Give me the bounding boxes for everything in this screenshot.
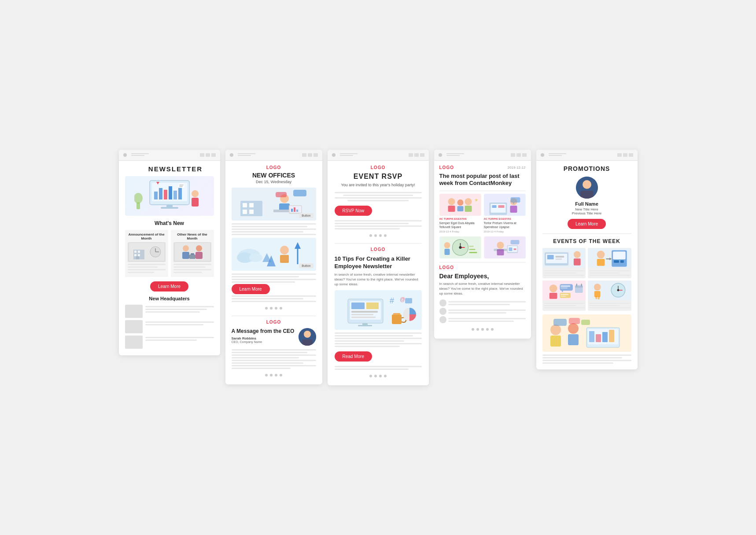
svg-point-58	[249, 253, 262, 262]
titlebar-line-1b	[131, 155, 144, 156]
read-more-btn[interactable]: Read More	[335, 351, 372, 362]
offices-btn-1[interactable]: Button	[299, 213, 313, 218]
svg-rect-92	[498, 205, 504, 208]
svg-rect-86	[465, 206, 472, 212]
svg-rect-37	[243, 203, 247, 207]
svg-rect-50	[276, 192, 287, 197]
panel2-content: LOGO NEW OFFICES Dec 15, Wednesday	[225, 161, 322, 384]
svg-rect-123	[555, 256, 564, 258]
svg-rect-163	[596, 334, 601, 342]
ceo-l4	[232, 357, 299, 358]
other-news-card: Other News of the Month	[171, 230, 214, 277]
svg-rect-91	[492, 205, 496, 208]
svg-point-166	[550, 325, 561, 335]
ceo-avatar	[299, 328, 316, 346]
svg-rect-3	[159, 188, 162, 199]
popular-header-row: LOGO 2019-12-12	[439, 165, 526, 170]
dots-row-2b	[232, 370, 316, 380]
event-lines-1	[542, 268, 586, 278]
svg-rect-115	[510, 240, 519, 244]
dot-4e	[491, 328, 494, 331]
dear-lines-3	[448, 317, 526, 323]
dl5	[448, 318, 526, 319]
promotions-title: PROMOTIONS	[542, 165, 631, 172]
el9	[544, 307, 585, 308]
post-svg-4	[484, 236, 526, 258]
ol4	[232, 231, 303, 232]
tips-logo: LOGO	[335, 247, 422, 252]
dot-2g	[275, 374, 277, 376]
post-image-1	[439, 194, 481, 216]
sq3	[211, 153, 216, 157]
dl3	[448, 310, 526, 311]
event-card-4	[588, 280, 631, 311]
titlebar-lines-4	[446, 153, 509, 157]
svg-rect-69	[351, 311, 378, 313]
titlebar-line-1a	[131, 153, 149, 154]
dot-3g	[379, 375, 382, 377]
svg-rect-113	[509, 247, 512, 251]
popular-post-title: The most popular post of last week from …	[439, 173, 526, 188]
offices-btn-2[interactable]: Button	[299, 263, 313, 268]
svg-rect-95	[510, 197, 520, 203]
rsvp-now-btn[interactable]: RSVP Now	[335, 206, 372, 216]
svg-rect-138	[549, 292, 557, 299]
tips-title: 10 Tips For Creating a Killer Employee N…	[335, 255, 422, 270]
event-lines-4	[588, 300, 631, 311]
other-news-image	[173, 242, 211, 262]
sq9	[420, 153, 424, 157]
tl8	[335, 369, 409, 370]
svg-rect-162	[589, 331, 594, 342]
el10	[589, 303, 630, 304]
svg-rect-78	[405, 298, 412, 303]
svg-text:#: #	[390, 296, 394, 305]
svg-rect-63	[302, 339, 313, 346]
sq14	[623, 153, 627, 157]
other-news-svg	[175, 243, 210, 261]
promo-learn-more-row: Learn More	[542, 219, 631, 229]
on4	[173, 272, 202, 273]
post-card-4	[484, 236, 526, 258]
titlebar-3	[328, 150, 429, 161]
promo-learn-more-btn[interactable]: Learn More	[568, 219, 606, 229]
svg-rect-139	[560, 284, 573, 291]
ceo-l3	[232, 354, 316, 356]
svg-rect-170	[553, 319, 567, 326]
svg-point-101	[459, 246, 461, 249]
svg-rect-133	[597, 258, 605, 266]
svg-rect-75	[393, 313, 400, 315]
svg-point-81	[448, 198, 455, 205]
dear-circle-1	[439, 299, 446, 306]
titlebar-dot-5	[541, 153, 544, 157]
event-image-2	[588, 248, 631, 268]
tips-image: # @	[335, 290, 422, 330]
svg-rect-32	[195, 252, 203, 259]
hq-l6	[145, 337, 214, 338]
al1	[128, 264, 166, 265]
tl5	[335, 343, 422, 344]
svg-rect-30	[182, 252, 189, 259]
titlebar-squares-3	[409, 153, 424, 157]
titlebar-4	[434, 150, 531, 161]
tips-description: In search of some fresh, creative intern…	[335, 272, 422, 287]
promo-previous-title: Previous Title Here	[542, 211, 631, 215]
panel4-content: LOGO 2019-12-12 The most popular post of…	[434, 161, 531, 339]
bl3	[542, 360, 631, 361]
tl-2a	[238, 153, 255, 154]
post-svg-1	[439, 194, 481, 216]
post-image-4	[484, 236, 526, 258]
newsletter-title: NEWSLETTER	[125, 165, 220, 173]
learn-more-btn-1[interactable]: Learn More	[150, 281, 188, 291]
tl-3a	[340, 153, 358, 154]
dot-4a	[472, 328, 474, 331]
event-card-1	[542, 248, 586, 278]
svg-rect-70	[351, 314, 373, 315]
svg-point-132	[597, 251, 605, 258]
ceo-l5	[232, 360, 316, 361]
learn-more-btn-2[interactable]: Learn More	[232, 284, 270, 294]
hq-row-2	[125, 320, 214, 333]
el7	[544, 303, 585, 304]
event-lines-2	[588, 268, 631, 278]
ol12	[232, 301, 316, 302]
promo-avatar	[576, 177, 598, 199]
